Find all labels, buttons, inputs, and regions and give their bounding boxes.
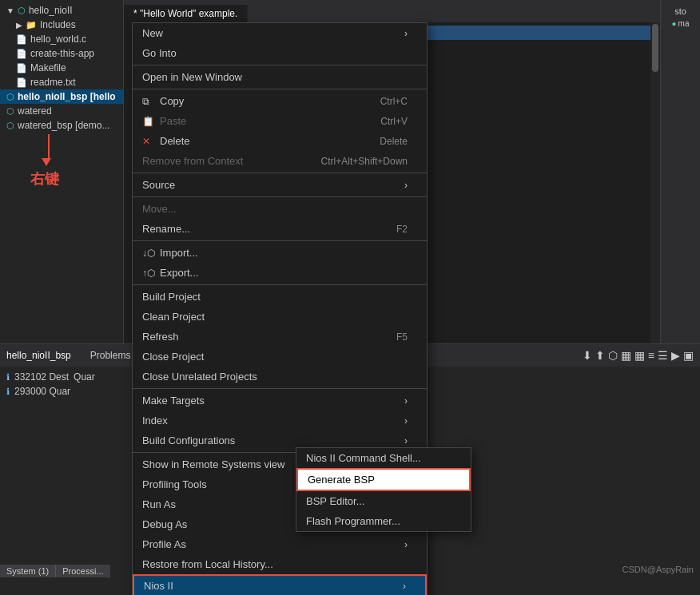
right-panel-item[interactable]: sto [674, 6, 686, 16]
nios-ii-submenu: Nios II Command Shell... Generate BSP BS… [296, 447, 471, 532]
right-panel-label: ma [678, 19, 690, 28]
menu-item-index[interactable]: Index › [133, 411, 427, 430]
right-panel-item2: ● ma [672, 19, 690, 28]
menu-item-go-into[interactable]: Go Into [133, 43, 427, 63]
menu-label: Run As [142, 498, 176, 510]
bottom-toolbar-icon6[interactable]: ≡ [648, 349, 654, 362]
file-icon: 📄 [16, 77, 27, 88]
menu-item-build-project[interactable]: Build Project [133, 287, 427, 307]
submenu-label: Flash Programmer... [306, 515, 400, 527]
sidebar-item-label: watered [18, 105, 52, 117]
menu-separator-4 [133, 196, 427, 197]
sidebar-item-label: hello_world.c [30, 34, 86, 45]
menu-item-paste: 📋 Paste Ctrl+V [133, 111, 427, 131]
menu-item-clean-project[interactable]: Clean Project [133, 307, 427, 327]
sidebar-item-hello-world-c[interactable]: 📄 hello_world.c [0, 32, 123, 46]
menu-item-open-new-window[interactable]: Open in New Window [133, 67, 427, 87]
sidebar-item-watered[interactable]: ⬡ watered [0, 104, 123, 118]
submenu-label: Generate BSP [308, 474, 375, 486]
info-icon: ℹ [6, 372, 10, 383]
menu-label: Copy [160, 95, 184, 107]
menu-item-copy[interactable]: ⧉ Copy Ctrl+C [133, 91, 427, 111]
bottom-toolbar-icon5[interactable]: ▦ [634, 349, 645, 362]
sidebar-item-hello-nioii-bsp[interactable]: ⬡ hello_nioII_bsp [hello [0, 89, 123, 104]
submenu-label: Nios II Command Shell... [306, 452, 421, 464]
menu-item-rename[interactable]: Rename... F2 [133, 219, 427, 239]
menu-item-restore-local-history[interactable]: Restore from Local History... [133, 554, 427, 574]
menu-shortcut: F2 [396, 224, 408, 235]
file-icon: 📄 [16, 34, 27, 45]
copy-icon: ⧉ [142, 96, 157, 107]
submenu-arrow-icon: › [404, 435, 408, 446]
file-icon: 📄 [16, 63, 27, 73]
submenu-item-generate-bsp[interactable]: Generate BSP [296, 468, 471, 491]
menu-item-profile-as[interactable]: Profile As › [133, 534, 427, 554]
bottom-toolbar-icon3[interactable]: ⬡ [608, 349, 618, 362]
sidebar-item-label: hello_nioII_bsp [hello [18, 91, 116, 102]
scrollbar-thumb [652, 24, 658, 72]
annotation-label: 右键 [30, 169, 59, 188]
menu-item-export[interactable]: ↑⬡ Export... [133, 263, 427, 283]
menu-label: Source [142, 179, 175, 191]
menu-label: Open in New Window [142, 71, 242, 83]
status-label-system: System (1) [0, 565, 56, 577]
menu-label: New [142, 27, 163, 39]
menu-item-new[interactable]: New › [133, 23, 427, 43]
menu-label: Restore from Local History... [142, 558, 273, 570]
sidebar-item-watered-bsp[interactable]: ⬡ watered_bsp [demo... [0, 118, 123, 133]
menu-item-close-unrelated[interactable]: Close Unrelated Projects [133, 367, 427, 387]
bottom-toolbar-up-icon[interactable]: ⬆ [595, 349, 605, 362]
bottom-toolbar-down-icon[interactable]: ⬇ [583, 349, 592, 362]
project-icon: ⬡ [6, 121, 14, 131]
menu-item-source[interactable]: Source › [133, 175, 427, 195]
project-icon: ⬡ [6, 92, 14, 102]
bottom-toolbar-icon8[interactable]: ▶ [671, 349, 680, 362]
bottom-toolbar-icon9[interactable]: ▣ [683, 349, 694, 362]
submenu-item-flash-programmer[interactable]: Flash Programmer... [296, 511, 471, 531]
menu-item-remove-context: Remove from Context Ctrl+Alt+Shift+Down [133, 151, 427, 171]
info-icon-2: ℹ [6, 387, 10, 397]
menu-label: Profiling Tools [142, 478, 207, 490]
menu-item-import[interactable]: ↓⬡ Import... [133, 243, 427, 263]
menu-label: Build Project [142, 291, 201, 303]
menu-label: Show in Remote Systems view [142, 458, 284, 470]
menu-separator-3 [133, 173, 427, 173]
tab-problems[interactable]: Problems [90, 350, 131, 361]
submenu-arrow-icon: › [403, 581, 406, 592]
file-icon: 📄 [16, 49, 27, 59]
menu-separator-6 [133, 284, 427, 285]
sidebar-item-includes[interactable]: ▶ 📁 Includes [0, 18, 123, 32]
menu-item-delete[interactable]: ✕ Delete Delete [133, 131, 427, 151]
editor-tab-active[interactable]: * "Hello World" example. [124, 5, 248, 22]
sidebar-item-readme[interactable]: 📄 readme.txt [0, 75, 123, 89]
menu-label: Delete [160, 135, 190, 147]
submenu-arrow-icon: › [404, 180, 408, 191]
menu-label: Move... [142, 203, 177, 215]
submenu-item-bsp-editor[interactable]: BSP Editor... [296, 491, 471, 511]
menu-shortcut: F5 [396, 331, 408, 343]
sidebar-item-hello-nioii[interactable]: ▼ ⬡ hello_nioII [0, 3, 123, 18]
menu-separator [133, 65, 427, 65]
menu-item-move: Move... [133, 199, 427, 219]
menu-shortcut: Delete [380, 136, 408, 147]
menu-label: Nios II [144, 580, 173, 592]
menu-item-nios-ii[interactable]: Nios II › [133, 574, 427, 595]
sidebar-item-create-this-app[interactable]: 📄 create-this-app [0, 46, 123, 61]
menu-item-refresh[interactable]: Refresh F5 [133, 327, 427, 347]
editor-scrollbar[interactable] [650, 22, 660, 366]
bottom-project-label: hello_nioII_bsp [6, 350, 71, 361]
delete-icon: ✕ [142, 136, 157, 147]
bottom-status-labels: System (1) Processi... [0, 565, 110, 577]
sidebar-item-makefile[interactable]: 📄 Makefile [0, 61, 123, 75]
paste-icon: 📋 [142, 116, 157, 127]
watermark: CSDN@AspyRain [622, 565, 694, 574]
bottom-toolbar-icon4[interactable]: ▦ [621, 349, 631, 362]
menu-item-make-targets[interactable]: Make Targets › [133, 391, 427, 411]
project-icon: ⬡ [18, 6, 26, 16]
menu-label: Go Into [142, 47, 177, 59]
menu-item-close-project[interactable]: Close Project [133, 347, 427, 367]
bottom-toolbar-icon7[interactable]: ☰ [658, 349, 668, 362]
submenu-item-command-shell[interactable]: Nios II Command Shell... [296, 448, 471, 468]
dot-icon: ● [672, 19, 677, 28]
expand-arrow-icon: ▼ [6, 6, 14, 15]
